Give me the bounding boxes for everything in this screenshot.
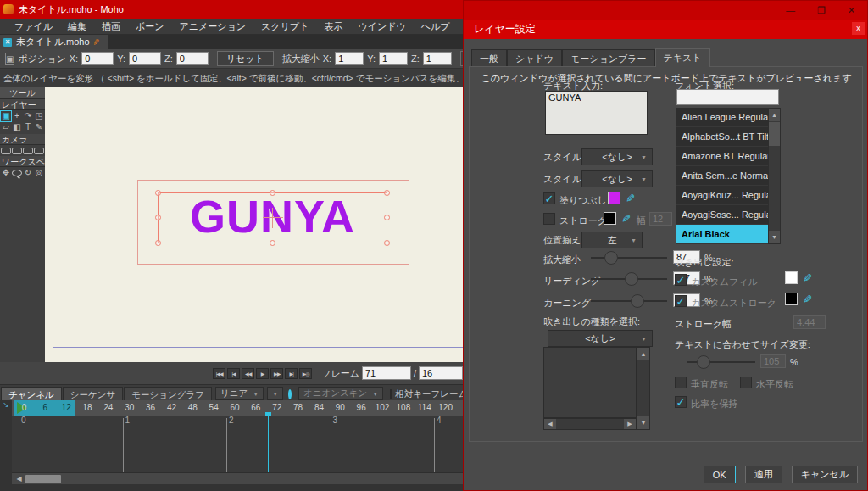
selection-handle[interactable]	[384, 190, 390, 196]
font-search-input[interactable]	[676, 89, 779, 105]
selection-handle[interactable]	[270, 190, 275, 196]
selection-handle[interactable]	[270, 240, 275, 246]
scroll-down-icon[interactable]: ▼	[769, 231, 780, 243]
layer-picker-icon[interactable]: ◳	[34, 111, 44, 121]
transport-button[interactable]: ▶	[256, 368, 269, 379]
scroll-down-icon[interactable]: ▼	[637, 416, 649, 429]
custom-stroke-pencil-icon[interactable]: ✎	[801, 294, 814, 304]
document-tab[interactable]: ✕ 未タイトル.moho ✎	[0, 35, 108, 49]
transport-button[interactable]: ▶▶	[270, 368, 283, 379]
camera-zoom-icon[interactable]	[12, 148, 22, 154]
font-list-item[interactable]: Amazone BT Regular	[676, 147, 768, 166]
menu-item[interactable]: ファイル	[7, 20, 60, 33]
position-z-input[interactable]	[176, 52, 209, 65]
font-list-item[interactable]: Anita Sem...e Normal	[676, 166, 768, 186]
dialog-tab[interactable]: テキスト	[655, 48, 710, 67]
playhead-line[interactable]	[268, 416, 269, 472]
relative-keyframes-checkbox[interactable]	[390, 389, 392, 399]
balloon-type-dropdown[interactable]: <なし>▼	[548, 330, 653, 347]
fit-text-slider[interactable]	[687, 355, 755, 369]
selection-handle[interactable]	[384, 215, 390, 220]
align-dropdown[interactable]: 左▼	[581, 232, 643, 248]
dialog-close-icon[interactable]: x	[852, 22, 865, 35]
follow-path-icon[interactable]: ◧	[12, 122, 22, 132]
current-frame-input[interactable]	[362, 366, 411, 380]
selection-handle[interactable]	[155, 190, 161, 196]
shear-layer-icon[interactable]: ▱	[1, 122, 11, 132]
font-list-item[interactable]: Arial Black	[676, 225, 768, 244]
custom-fill-swatch[interactable]	[785, 271, 798, 284]
balloon-list-box[interactable]	[543, 347, 637, 418]
scroll-up-icon[interactable]: ▲	[769, 109, 780, 121]
dialog-tab[interactable]: シャドウ	[507, 49, 562, 66]
balloon-hscrollbar[interactable]: ◀ ▶	[543, 418, 637, 430]
minimize-icon[interactable]: —	[786, 5, 795, 15]
text-input-area[interactable]: GUNYA	[545, 91, 648, 135]
vflip-checkbox[interactable]	[675, 377, 687, 388]
restore-icon[interactable]: ❐	[817, 5, 826, 16]
fill-checkbox[interactable]	[543, 192, 555, 204]
scroll-up-icon[interactable]: ▲	[637, 348, 649, 360]
tab-channels[interactable]: チャンネル	[1, 387, 62, 400]
fill-edit-pencil-icon[interactable]: ✎	[624, 193, 637, 203]
style2-dropdown[interactable]: <なし>▼	[581, 170, 653, 187]
menu-item[interactable]: 描画	[94, 20, 128, 33]
scroll-left-icon[interactable]: ◀	[544, 419, 556, 429]
scale-z-input[interactable]	[423, 52, 452, 65]
menu-item[interactable]: アニメーション	[172, 20, 254, 33]
selection-handle[interactable]	[155, 240, 161, 246]
orbit-tool-icon[interactable]: ◎	[34, 168, 44, 178]
draw-tool-icon[interactable]: ✎	[34, 122, 44, 132]
menu-item[interactable]: ウインドウ	[350, 20, 413, 33]
transport-button[interactable]: ▶|	[285, 368, 298, 379]
custom-stroke-checkbox[interactable]	[675, 295, 687, 307]
close-icon[interactable]: ✕	[848, 5, 855, 16]
custom-stroke-swatch[interactable]	[785, 293, 798, 305]
dialog-tab[interactable]: 一般	[471, 49, 507, 66]
fit-text-input[interactable]	[760, 354, 786, 368]
scroll-left-icon[interactable]: ◀	[14, 474, 25, 484]
fill-color-swatch[interactable]	[608, 192, 620, 204]
pan-tool-icon[interactable]: ✥	[1, 168, 11, 178]
transport-button[interactable]: ◀◀	[242, 368, 254, 379]
custom-fill-pencil-icon[interactable]: ✎	[801, 273, 814, 282]
tab-close-icon[interactable]: ✕	[3, 38, 12, 47]
tab-sequencer[interactable]: シーケンサ	[63, 387, 123, 400]
rotate-layer-icon[interactable]: ↷	[23, 111, 33, 121]
timeline-scrollbar[interactable]: ◀	[12, 472, 463, 484]
canvas[interactable]: GUNYA	[45, 87, 463, 362]
stroke-edit-pencil-icon[interactable]: ✎	[620, 214, 632, 223]
balloon-stroke-width-input[interactable]	[793, 315, 826, 329]
add-point-icon[interactable]: +	[12, 111, 22, 121]
text-scale-slider[interactable]	[591, 251, 667, 265]
selection-center-crosshair[interactable]	[263, 208, 283, 228]
menu-item[interactable]: スクリプト	[253, 20, 316, 33]
kerning-slider[interactable]	[591, 294, 667, 308]
stroke-checkbox[interactable]	[543, 213, 555, 225]
dialog-tab[interactable]: モーションブラー	[562, 49, 655, 66]
selection-box[interactable]	[158, 192, 387, 243]
tab-motion-graph[interactable]: モーショングラフ	[124, 387, 212, 400]
camera-track-icon[interactable]	[1, 148, 11, 154]
timeline-track-area[interactable]: 01234	[12, 416, 463, 472]
menu-item[interactable]: ヘルプ	[414, 20, 458, 33]
position-reset-button[interactable]: リセット	[217, 51, 274, 66]
transform-layer-icon[interactable]: ▣	[1, 111, 11, 121]
interpolation-dropdown[interactable]: リニア▼	[215, 387, 264, 400]
position-x-input[interactable]	[81, 52, 114, 65]
cancel-button[interactable]: キャンセル	[792, 466, 858, 483]
stroke-width-input[interactable]	[649, 212, 672, 226]
timeline-ruler[interactable]: 0612182430364248546066727884909610210811…	[12, 400, 463, 416]
text-tool-icon[interactable]: T	[23, 122, 33, 132]
keyframe-cycle-icon[interactable]	[288, 389, 292, 399]
position-y-input[interactable]	[129, 52, 161, 65]
zoom-tool-icon[interactable]	[12, 170, 22, 176]
transport-button[interactable]: ▶◎	[299, 368, 312, 379]
menu-item[interactable]: ボーン	[128, 20, 172, 33]
rotate-workspace-icon[interactable]: ↻	[23, 168, 33, 178]
selection-handle[interactable]	[155, 215, 161, 220]
transport-button[interactable]: |◀	[227, 368, 240, 379]
camera-pan-tilt-icon[interactable]	[34, 148, 44, 154]
font-list-item[interactable]: AoyagiSose... Regular	[676, 205, 768, 225]
end-frame-input[interactable]	[419, 366, 463, 380]
